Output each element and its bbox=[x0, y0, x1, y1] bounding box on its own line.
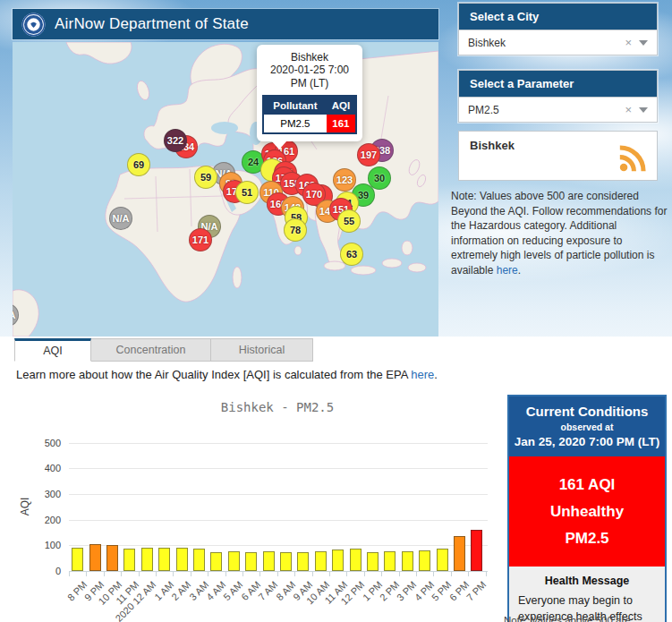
x-axis-tick bbox=[121, 572, 122, 576]
tab-aqi[interactable]: AQI bbox=[14, 338, 91, 362]
chart-bar bbox=[419, 550, 430, 571]
chart-bar bbox=[72, 548, 83, 571]
department-of-state-seal-icon bbox=[21, 13, 46, 37]
x-axis-tick bbox=[346, 572, 347, 576]
current-conditions-header: Current Conditions observed at Jan 25, 2… bbox=[509, 396, 665, 456]
current-conditions-title: Current Conditions bbox=[513, 404, 661, 419]
sidebar-note-link[interactable]: here bbox=[497, 264, 518, 277]
chart-title: Bishkek - PM2.5 bbox=[69, 400, 486, 414]
x-axis-tick bbox=[312, 572, 313, 576]
tooltip-table: Pollutant AQI PM2.5 161 bbox=[262, 95, 357, 134]
chart-x-axis-line bbox=[69, 571, 488, 572]
aqi-map-marker[interactable]: N/A bbox=[109, 207, 132, 230]
parameter-panel: Select a Parameter PM2.5 × bbox=[458, 70, 658, 123]
aqi-map-marker[interactable]: 55 bbox=[337, 209, 361, 233]
aqi-map-marker[interactable]: 59 bbox=[194, 166, 217, 189]
x-axis-tick bbox=[433, 572, 434, 576]
parameter-panel-header: Select a Parameter bbox=[459, 71, 657, 97]
marker-layer: 13432269N/A59801785124N/AN/A171139165161… bbox=[13, 42, 438, 337]
sidebar-note-suffix: . bbox=[518, 264, 521, 277]
aqi-bar-chart: Bishkek - PM2.5 AQI 01002003004005008 PM… bbox=[0, 391, 503, 622]
x-axis-tick bbox=[86, 572, 87, 576]
city-panel-header: Select a City bbox=[459, 4, 657, 30]
tooltip-datetime: 2020-01-25 7:00 PM (LT) bbox=[262, 64, 357, 90]
world-map[interactable]: 13432269N/A59801785124N/AN/A171139165161… bbox=[13, 42, 438, 337]
airnow-page: AirNow Department of State bbox=[0, 0, 672, 622]
chart-bar bbox=[315, 551, 327, 571]
chart-bar bbox=[245, 552, 257, 571]
city-caret-icon[interactable] bbox=[639, 40, 648, 46]
x-axis-tick bbox=[486, 572, 487, 576]
x-axis-tick bbox=[139, 572, 140, 576]
aqi-map-marker[interactable]: 63 bbox=[340, 243, 363, 266]
aqi-map-marker[interactable]: 322 bbox=[164, 129, 187, 152]
aqi-map-marker[interactable]: 78 bbox=[284, 218, 307, 242]
aqi-map-marker[interactable]: 171 bbox=[189, 228, 212, 251]
chart-bar bbox=[141, 548, 153, 571]
learn-more-link[interactable]: here bbox=[411, 368, 434, 381]
current-aqi-pollutant: PM2.5 bbox=[513, 525, 661, 552]
rss-icon[interactable] bbox=[617, 143, 648, 174]
below-panel-note: Note: Values above 500 are considered Be… bbox=[504, 614, 670, 622]
tab-historical[interactable]: Historical bbox=[211, 338, 313, 362]
chart-y-axis-label: AQI bbox=[19, 498, 31, 516]
map-tooltip: Bishkek 2020-01-25 7:00 PM (LT) Pollutan… bbox=[257, 45, 362, 141]
city-select[interactable]: Bishkek × bbox=[459, 30, 657, 55]
chart-bar bbox=[384, 551, 396, 571]
chart-bar bbox=[176, 548, 188, 571]
chart-bar bbox=[123, 549, 135, 571]
aqi-map-marker[interactable]: N/A bbox=[13, 303, 19, 327]
x-axis-tick bbox=[156, 572, 157, 576]
chart-gridline bbox=[69, 494, 488, 495]
tooltip-pollutant-value: PM2.5 bbox=[263, 115, 327, 133]
x-axis-tick bbox=[294, 572, 295, 576]
current-conditions-panel: Current Conditions observed at Jan 25, 2… bbox=[507, 395, 667, 622]
tooltip-aqi-value: 161 bbox=[327, 115, 356, 133]
x-axis-tick bbox=[399, 572, 400, 576]
parameter-select[interactable]: PM2.5 × bbox=[459, 97, 657, 122]
x-axis-tick bbox=[468, 572, 469, 576]
chart-bar bbox=[454, 536, 465, 571]
observed-at-label: observed at bbox=[513, 422, 661, 432]
sidebar-note: Note: Values above 500 are considered Be… bbox=[451, 189, 669, 277]
x-axis-tick bbox=[277, 572, 278, 576]
app-header: AirNow Department of State bbox=[13, 9, 438, 39]
chart-bar bbox=[297, 552, 309, 571]
tooltip-pollutant-header: Pollutant bbox=[263, 96, 327, 115]
chart-bar bbox=[210, 552, 222, 571]
chart-bar bbox=[106, 545, 118, 571]
aqi-map-marker[interactable]: 69 bbox=[127, 153, 150, 176]
learn-more-suffix: . bbox=[434, 368, 438, 381]
y-tick-label: 400 bbox=[27, 463, 61, 473]
x-axis-tick bbox=[225, 572, 226, 576]
y-tick-label: 0 bbox=[27, 566, 61, 576]
chart-gridline bbox=[69, 443, 488, 444]
x-axis-tick bbox=[364, 572, 365, 576]
tooltip-city: Bishkek bbox=[262, 51, 357, 64]
tab-concentration[interactable]: Concentration bbox=[91, 338, 211, 362]
learn-more-text: Learn more about how the Air Quality Ind… bbox=[16, 368, 438, 381]
sidebar-note-text: Note: Values above 500 are considered Be… bbox=[451, 190, 667, 277]
observed-at-datetime: Jan 25, 2020 7:00 PM (LT) bbox=[513, 435, 661, 448]
parameter-clear-icon[interactable]: × bbox=[617, 103, 639, 116]
city-clear-icon[interactable]: × bbox=[617, 36, 639, 49]
x-tick-label: 7 AM bbox=[256, 579, 279, 602]
chart-bar bbox=[350, 549, 362, 571]
chart-bar bbox=[158, 548, 170, 571]
city-select-value: Bishkek bbox=[459, 37, 617, 49]
x-axis-tick bbox=[208, 572, 208, 576]
chart-gridline bbox=[69, 468, 488, 469]
parameter-caret-icon[interactable] bbox=[639, 107, 648, 113]
chart-gridline bbox=[69, 545, 488, 546]
x-axis-tick bbox=[329, 572, 330, 576]
chart-bar bbox=[367, 552, 379, 571]
city-panel: Select a City Bishkek × bbox=[458, 3, 658, 55]
current-aqi-block: 161 AQI Unhealthy PM2.5 bbox=[509, 456, 665, 567]
aqi-map-marker[interactable]: 51 bbox=[235, 181, 259, 204]
rss-feed-box: Bishkek bbox=[458, 131, 658, 181]
x-axis-tick bbox=[173, 572, 174, 576]
x-axis-tick bbox=[191, 572, 191, 576]
tooltip-aqi-header: AQI bbox=[327, 96, 356, 115]
aqi-map-marker[interactable]: 197 bbox=[357, 143, 380, 166]
x-axis-tick bbox=[259, 572, 260, 576]
